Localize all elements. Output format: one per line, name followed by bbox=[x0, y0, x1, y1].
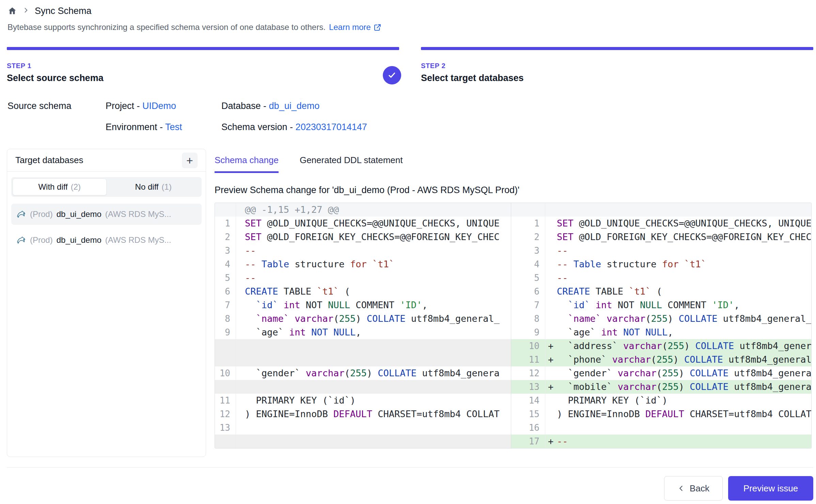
back-button[interactable]: Back bbox=[664, 476, 723, 501]
step2-header: STEP 2 Select target databases bbox=[421, 62, 524, 83]
code-line: PRIMARY KEY (`id`) bbox=[557, 394, 811, 407]
code-line bbox=[557, 421, 811, 435]
line-number: 13 bbox=[215, 421, 236, 435]
db-environment: (Prod) bbox=[30, 209, 53, 219]
step1-header: STEP 1 Select source schema bbox=[7, 62, 104, 83]
diff-added-row: 17+-- bbox=[511, 435, 811, 448]
code-line: `age` int NOT NULL, bbox=[557, 326, 811, 339]
line-number: 3 bbox=[215, 244, 236, 257]
external-link-icon bbox=[374, 23, 381, 31]
line-number: 16 bbox=[511, 421, 545, 435]
diff-pane-left: @@ -1,15 +1,27 @@1SET @OLD_UNIQUE_CHECKS… bbox=[215, 203, 511, 448]
line-number: 11 bbox=[511, 353, 545, 366]
code-line: -- bbox=[557, 435, 811, 448]
diff-code-row: 12) ENGINE=InnoDB DEFAULT CHARSET=utf8mb… bbox=[215, 407, 511, 421]
add-target-database-button[interactable]: + bbox=[182, 153, 198, 168]
diff-filler-row bbox=[215, 435, 511, 448]
line-number: 14 bbox=[511, 394, 545, 407]
tab-schema-change[interactable]: Schema change bbox=[215, 155, 279, 173]
step1-progress-bar bbox=[7, 47, 399, 50]
line-number: 2 bbox=[511, 230, 545, 244]
code-line: `gender` varchar(255) COLLATE utf8mb4_ge… bbox=[557, 366, 811, 380]
database-link[interactable]: db_ui_demo bbox=[269, 101, 320, 111]
diff-added-row: 13+ `mobile` varchar(255) COLLATE utf8mb… bbox=[511, 380, 811, 394]
diff-add-marker bbox=[545, 407, 557, 421]
tab-no-diff[interactable]: No diff (1) bbox=[107, 178, 201, 195]
diff-code-row: 8 `name` varchar(255) COLLATE utf8mb4_ge… bbox=[215, 312, 511, 326]
code-line: `name` varchar(255) COLLATE utf8mb4_gene… bbox=[236, 312, 511, 326]
preview-issue-button[interactable]: Preview issue bbox=[728, 476, 813, 501]
code-line: -- bbox=[236, 271, 511, 285]
diff-code-row: 7 `id` int NOT NULL COMMENT 'ID', bbox=[511, 298, 811, 312]
schema-version-link[interactable]: 20230317014147 bbox=[296, 122, 367, 132]
diff-added-row: 10+ `address` varchar(255) COLLATE utf8m… bbox=[511, 339, 811, 353]
diff-filler-row bbox=[215, 339, 511, 353]
database-label: Database - bbox=[221, 101, 266, 111]
tab-with-diff[interactable]: With diff (2) bbox=[13, 178, 107, 195]
code-line bbox=[557, 203, 811, 217]
no-diff-label: No diff bbox=[135, 182, 159, 192]
source-schema-label: Source schema bbox=[7, 101, 72, 111]
check-icon bbox=[387, 70, 397, 80]
code-line: -- bbox=[557, 244, 811, 257]
diff-code-row: 1SET @OLD_UNIQUE_CHECKS=@@UNIQUE_CHECKS,… bbox=[511, 217, 811, 230]
code-line: `id` int NOT NULL COMMENT 'ID', bbox=[557, 298, 811, 312]
line-number bbox=[215, 435, 236, 448]
db-environment: (Prod) bbox=[30, 235, 53, 245]
diff-code-row: 5-- bbox=[215, 271, 511, 285]
learn-more-link[interactable]: Learn more bbox=[329, 22, 381, 32]
back-label: Back bbox=[690, 483, 709, 494]
diff-add-marker bbox=[545, 244, 557, 257]
diff-code-row: 9 `age` int NOT NULL, bbox=[215, 326, 511, 339]
line-number: 6 bbox=[215, 285, 236, 298]
diff-filter-tabs: With diff (2) No diff (1) bbox=[11, 177, 202, 197]
schema-diff-viewer: @@ -1,15 +1,27 @@1SET @OLD_UNIQUE_CHECKS… bbox=[215, 203, 812, 448]
diff-add-marker bbox=[545, 285, 557, 298]
database-item[interactable]: (Prod)db_ui_demo(AWS RDS MyS... bbox=[11, 230, 202, 251]
code-line bbox=[236, 435, 511, 448]
code-line: SET @OLD_FOREIGN_KEY_CHECKS=@@FOREIGN_KE… bbox=[557, 230, 811, 244]
page-description: Bytebase supports synchronizing a specif… bbox=[7, 22, 381, 32]
home-icon[interactable] bbox=[7, 6, 17, 16]
line-number: 17 bbox=[511, 435, 545, 448]
source-project-field: Project - UIDemo bbox=[106, 101, 176, 111]
learn-more-label: Learn more bbox=[329, 22, 371, 32]
diff-add-marker bbox=[545, 421, 557, 435]
line-number: 11 bbox=[215, 394, 236, 407]
with-diff-count: (2) bbox=[71, 182, 81, 192]
code-line: SET @OLD_UNIQUE_CHECKS=@@UNIQUE_CHECKS, … bbox=[236, 217, 511, 230]
code-line: `id` int NOT NULL COMMENT 'ID', bbox=[236, 298, 511, 312]
line-number: 12 bbox=[511, 366, 545, 380]
diff-code-row: 2SET @OLD_FOREIGN_KEY_CHECKS=@@FOREIGN_K… bbox=[215, 230, 511, 244]
tab-generated-ddl[interactable]: Generated DDL statement bbox=[300, 155, 403, 173]
db-name: db_ui_demo bbox=[57, 209, 101, 219]
diff-code-row: 7 `id` int NOT NULL COMMENT 'ID', bbox=[215, 298, 511, 312]
code-line: `name` varchar(255) COLLATE utf8mb4_gene… bbox=[557, 312, 811, 326]
code-line: `mobile` varchar(255) COLLATE utf8mb4_ge… bbox=[557, 380, 811, 394]
diff-hunk-row: @@ -1,15 +1,27 @@ bbox=[215, 203, 511, 217]
code-line: SET @OLD_UNIQUE_CHECKS=@@UNIQUE_CHECKS, … bbox=[557, 217, 811, 230]
diff-code-row: 12 `gender` varchar(255) COLLATE utf8mb4… bbox=[511, 366, 811, 380]
description-text: Bytebase supports synchronizing a specif… bbox=[7, 22, 326, 32]
diff-add-marker bbox=[545, 366, 557, 380]
diff-code-row: 4-- Table structure for `t1` bbox=[215, 257, 511, 271]
target-db-list: (Prod)db_ui_demo(AWS RDS MyS... (Prod)db… bbox=[7, 199, 206, 260]
line-number: 3 bbox=[511, 244, 545, 257]
code-line: -- Table structure for `t1` bbox=[236, 257, 511, 271]
preview-issue-label: Preview issue bbox=[743, 483, 798, 494]
diff-code-row: 14 PRIMARY KEY (`id`) bbox=[511, 394, 811, 407]
target-databases-title: Target databases bbox=[15, 155, 83, 166]
with-diff-label: With diff bbox=[38, 182, 67, 192]
diff-add-marker bbox=[545, 257, 557, 271]
diff-code-row: 5-- bbox=[511, 271, 811, 285]
environment-link[interactable]: Test bbox=[165, 122, 182, 132]
database-item[interactable]: (Prod)db_ui_demo(AWS RDS MyS... bbox=[11, 204, 202, 225]
code-line bbox=[236, 339, 511, 353]
project-link[interactable]: UIDemo bbox=[142, 101, 176, 111]
diff-code-row: 3-- bbox=[215, 244, 511, 257]
diff-code-row: 6CREATE TABLE `t1` ( bbox=[511, 285, 811, 298]
diff-add-marker: + bbox=[545, 380, 557, 394]
line-number bbox=[215, 339, 236, 353]
line-number: 15 bbox=[511, 407, 545, 421]
diff-add-marker bbox=[545, 326, 557, 339]
